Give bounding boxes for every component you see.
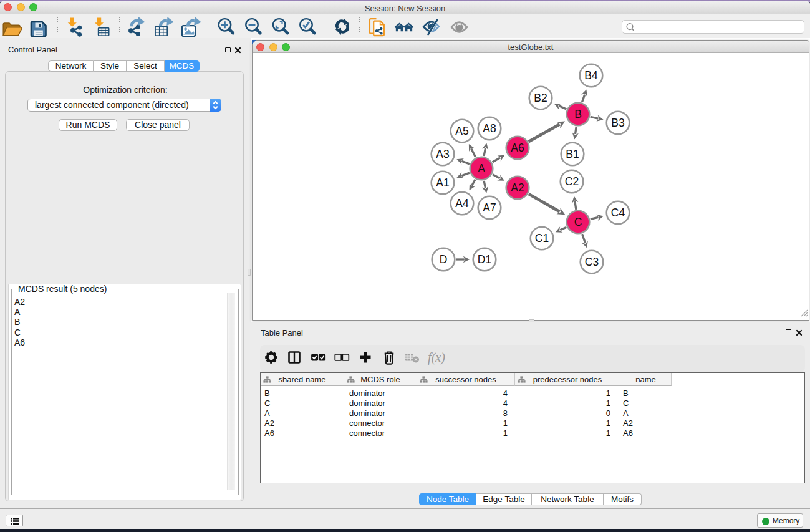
svg-text:A6: A6 (511, 142, 524, 154)
svg-text:C2: C2 (565, 175, 579, 188)
svg-text:A8: A8 (483, 122, 496, 135)
svg-text:C3: C3 (585, 256, 599, 268)
svg-text:C: C (574, 216, 582, 228)
svg-text:A7: A7 (483, 201, 496, 214)
svg-text:B2: B2 (534, 92, 547, 104)
svg-text:f(x): f(x) (428, 351, 445, 365)
svg-text:D1: D1 (478, 253, 491, 266)
svg-text:B: B (574, 108, 582, 120)
svg-text:A4: A4 (455, 197, 469, 210)
svg-text:B4: B4 (584, 69, 598, 82)
svg-text:B3: B3 (611, 117, 624, 129)
svg-text:C1: C1 (535, 232, 549, 244)
svg-text:A3: A3 (436, 148, 449, 160)
svg-text:A2: A2 (511, 181, 524, 194)
svg-text:C4: C4 (611, 206, 625, 219)
svg-text:A1: A1 (436, 177, 449, 189)
svg-text:D: D (440, 253, 448, 266)
svg-text:A5: A5 (455, 125, 468, 137)
svg-text:B1: B1 (566, 148, 579, 160)
svg-text:A: A (478, 162, 485, 175)
